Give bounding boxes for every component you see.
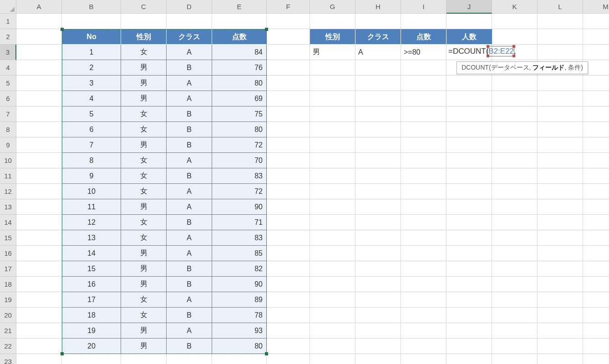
cell-H14[interactable] <box>355 215 401 230</box>
cell-I3[interactable]: >=80 <box>401 45 447 60</box>
cell-K22[interactable] <box>492 339 538 354</box>
cell-G21[interactable] <box>310 323 355 339</box>
cell-G22[interactable] <box>310 339 355 354</box>
cell-G19[interactable] <box>310 292 355 308</box>
row-header-22[interactable]: 22 <box>0 339 16 354</box>
cell-D21[interactable]: A <box>167 323 212 339</box>
cell-B1[interactable] <box>62 14 121 29</box>
cell-H12[interactable] <box>355 184 401 199</box>
cell-G5[interactable] <box>310 76 355 91</box>
cell-E3[interactable]: 84 <box>212 45 267 60</box>
cell-J5[interactable] <box>447 76 492 91</box>
cell-M10[interactable] <box>583 153 609 168</box>
cell-F18[interactable] <box>267 277 310 292</box>
cell-J10[interactable] <box>447 153 492 168</box>
cell-F6[interactable] <box>267 91 310 106</box>
cell-M17[interactable] <box>583 261 609 277</box>
row-header-21[interactable]: 21 <box>0 323 16 339</box>
cell-H3[interactable]: A <box>355 45 401 60</box>
cell-C8[interactable]: 女 <box>121 122 167 137</box>
cell-G4[interactable] <box>310 60 355 76</box>
cell-I1[interactable] <box>401 14 447 29</box>
column-header-C[interactable]: C <box>121 0 167 14</box>
cell-J18[interactable] <box>447 277 492 292</box>
cell-K23[interactable] <box>492 354 538 364</box>
cell-B13[interactable]: 11 <box>62 199 121 215</box>
cell-L1[interactable] <box>538 14 583 29</box>
cell-J8[interactable] <box>447 122 492 137</box>
cell-C22[interactable]: 男 <box>121 339 167 354</box>
cell-G14[interactable] <box>310 215 355 230</box>
cell-K18[interactable] <box>492 277 538 292</box>
cell-L20[interactable] <box>538 308 583 323</box>
cell-D3[interactable]: A <box>167 45 212 60</box>
column-header-B[interactable]: B <box>62 0 121 14</box>
cell-K10[interactable] <box>492 153 538 168</box>
cell-B17[interactable]: 15 <box>62 261 121 277</box>
cell-D13[interactable]: A <box>167 199 212 215</box>
cell-C6[interactable]: 男 <box>121 91 167 106</box>
cell-D15[interactable]: A <box>167 230 212 246</box>
cell-L11[interactable] <box>538 168 583 184</box>
row-header-11[interactable]: 11 <box>0 168 16 184</box>
cell-H20[interactable] <box>355 308 401 323</box>
cell-F2[interactable] <box>267 29 310 45</box>
cell-A16[interactable] <box>16 246 62 261</box>
cell-M22[interactable] <box>583 339 609 354</box>
cell-E11[interactable]: 83 <box>212 168 267 184</box>
cell-B23[interactable] <box>62 354 121 364</box>
cell-M7[interactable] <box>583 106 609 122</box>
column-header-L[interactable]: L <box>538 0 583 14</box>
cell-K20[interactable] <box>492 308 538 323</box>
row-header-17[interactable]: 17 <box>0 261 16 277</box>
cell-E21[interactable]: 93 <box>212 323 267 339</box>
cell-J21[interactable] <box>447 323 492 339</box>
cell-A8[interactable] <box>16 122 62 137</box>
cell-L19[interactable] <box>538 292 583 308</box>
cell-E14[interactable]: 71 <box>212 215 267 230</box>
cell-B18[interactable]: 16 <box>62 277 121 292</box>
cell-A22[interactable] <box>16 339 62 354</box>
cell-G17[interactable] <box>310 261 355 277</box>
cell-H1[interactable] <box>355 14 401 29</box>
cell-J17[interactable] <box>447 261 492 277</box>
cell-E4[interactable]: 76 <box>212 60 267 76</box>
cell-L18[interactable] <box>538 277 583 292</box>
cell-D23[interactable] <box>167 354 212 364</box>
cell-J15[interactable] <box>447 230 492 246</box>
cell-B19[interactable]: 17 <box>62 292 121 308</box>
cell-H17[interactable] <box>355 261 401 277</box>
cell-C18[interactable]: 男 <box>121 277 167 292</box>
cell-J9[interactable] <box>447 137 492 153</box>
cell-L10[interactable] <box>538 153 583 168</box>
cell-I7[interactable] <box>401 106 447 122</box>
cell-L9[interactable] <box>538 137 583 153</box>
cell-B16[interactable]: 14 <box>62 246 121 261</box>
cell-B3[interactable]: 1 <box>62 45 121 60</box>
row-header-4[interactable]: 4 <box>0 60 16 76</box>
cell-K16[interactable] <box>492 246 538 261</box>
cell-M20[interactable] <box>583 308 609 323</box>
cell-A6[interactable] <box>16 91 62 106</box>
cell-E1[interactable] <box>212 14 267 29</box>
column-header-D[interactable]: D <box>167 0 212 14</box>
cell-E19[interactable]: 89 <box>212 292 267 308</box>
cell-D4[interactable]: B <box>167 60 212 76</box>
cell-M16[interactable] <box>583 246 609 261</box>
row-headers[interactable]: 1234567891011121314151617181920212223 <box>0 14 16 364</box>
cell-C16[interactable]: 男 <box>121 246 167 261</box>
cell-C4[interactable]: 男 <box>121 60 167 76</box>
cell-G23[interactable] <box>310 354 355 364</box>
cell-G8[interactable] <box>310 122 355 137</box>
cell-I9[interactable] <box>401 137 447 153</box>
cell-I2[interactable]: 点数 <box>401 29 447 45</box>
column-header-A[interactable]: A <box>16 0 62 14</box>
column-header-M[interactable]: M <box>583 0 609 14</box>
cell-F9[interactable] <box>267 137 310 153</box>
cell-A14[interactable] <box>16 215 62 230</box>
cell-I16[interactable] <box>401 246 447 261</box>
cell-I20[interactable] <box>401 308 447 323</box>
cell-M1[interactable] <box>583 14 609 29</box>
cell-M6[interactable] <box>583 91 609 106</box>
cell-L12[interactable] <box>538 184 583 199</box>
